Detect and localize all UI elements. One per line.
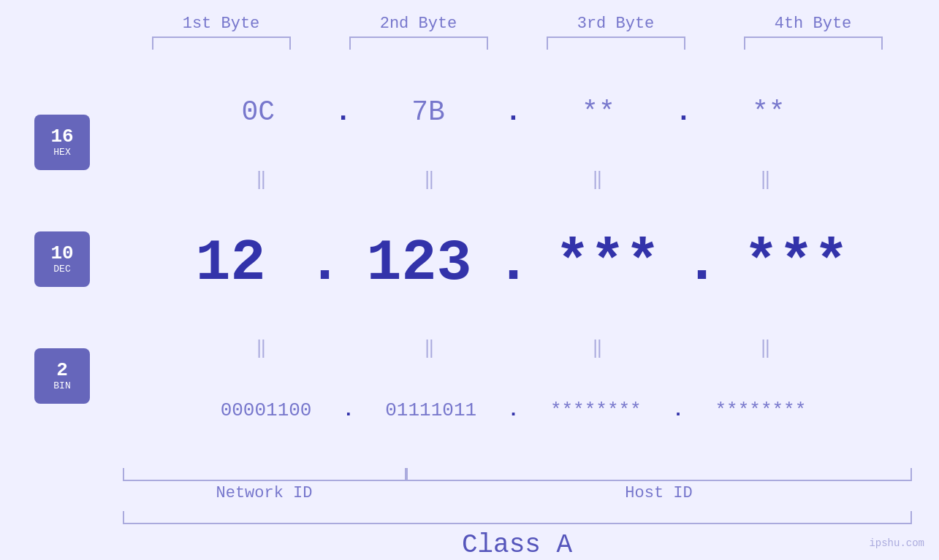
dec-byte-1: 12 xyxy=(157,230,303,296)
bin-byte-4: ******** xyxy=(688,399,834,421)
hex-badge-number: 16 xyxy=(50,126,73,147)
bin-row: 00001100 . 01111011 . ******** . *******… xyxy=(102,399,924,421)
dec-badge: 10 DEC xyxy=(34,231,90,287)
equals-6: ‖ xyxy=(357,337,503,358)
dec-byte-3: *** xyxy=(535,230,681,296)
hex-byte-2: 7B xyxy=(355,96,501,128)
equals-row-2: ‖ ‖ ‖ ‖ xyxy=(102,337,924,358)
bin-badge-number: 2 xyxy=(56,360,68,381)
ip-display: 0C . 7B . ** . ** ‖ ‖ ‖ ‖ 12 . xyxy=(102,77,939,442)
host-id-label: Host ID xyxy=(406,484,912,502)
hex-dot-2: . xyxy=(505,96,522,128)
equals-row-1: ‖ ‖ ‖ ‖ xyxy=(102,169,924,190)
main-container: 1st Byte 2nd Byte 3rd Byte 4th Byte 16 H… xyxy=(0,0,939,560)
host-bracket xyxy=(406,468,912,481)
equals-3: ‖ xyxy=(525,169,671,190)
top-brackets xyxy=(123,37,912,50)
byte-label-1: 1st Byte xyxy=(141,15,302,33)
equals-5: ‖ xyxy=(189,337,335,358)
dec-badge-number: 10 xyxy=(50,243,73,264)
bin-dot-2: . xyxy=(508,399,520,421)
hex-badge-label: HEX xyxy=(53,147,70,158)
hex-byte-1: 0C xyxy=(185,96,331,128)
hex-byte-4: ** xyxy=(696,96,842,128)
equals-7: ‖ xyxy=(525,337,671,358)
byte-label-3: 3rd Byte xyxy=(536,15,696,33)
class-bracket xyxy=(123,511,912,524)
top-bracket-4 xyxy=(744,37,883,50)
bin-badge: 2 BIN xyxy=(34,348,90,404)
class-bracket-row xyxy=(123,511,912,524)
dec-dot-3: . xyxy=(685,230,720,296)
dec-byte-4: *** xyxy=(723,230,870,296)
bin-badge-label: BIN xyxy=(53,380,70,391)
bin-dot-1: . xyxy=(343,399,354,421)
dec-byte-2: 123 xyxy=(346,230,492,296)
hex-byte-3: ** xyxy=(525,96,672,128)
id-labels-row: Network ID Host ID xyxy=(123,484,912,502)
dec-dot-2: . xyxy=(495,230,531,296)
top-bracket-2 xyxy=(349,37,488,50)
byte-label-4: 4th Byte xyxy=(733,15,894,33)
bin-byte-3: ******** xyxy=(522,399,669,421)
dec-dot-1: . xyxy=(307,230,342,296)
byte-label-2: 2nd Byte xyxy=(338,15,499,33)
dec-badge-label: DEC xyxy=(53,264,70,275)
bin-dot-3: . xyxy=(672,399,684,421)
bottom-brackets-row xyxy=(123,468,912,481)
hex-badge: 16 HEX xyxy=(34,115,90,170)
equals-8: ‖ xyxy=(693,337,839,358)
watermark: ipshu.com xyxy=(869,537,924,549)
top-bracket-3 xyxy=(547,37,685,50)
byte-headers: 1st Byte 2nd Byte 3rd Byte 4th Byte xyxy=(123,15,912,33)
dec-row: 12 . 123 . *** . *** xyxy=(102,230,924,296)
hex-dot-3: . xyxy=(675,96,692,128)
top-bracket-1 xyxy=(152,37,291,50)
class-label: Class A xyxy=(123,530,912,560)
content-area: 16 HEX 10 DEC 2 BIN 0C . 7B . ** . ** xyxy=(0,50,939,468)
bin-byte-2: 01111011 xyxy=(358,399,504,421)
network-bracket xyxy=(123,468,406,481)
hex-row: 0C . 7B . ** . ** xyxy=(102,96,924,128)
equals-1: ‖ xyxy=(189,169,335,190)
hex-dot-1: . xyxy=(335,96,351,128)
badges-column: 16 HEX 10 DEC 2 BIN xyxy=(0,84,102,434)
equals-2: ‖ xyxy=(357,169,503,190)
network-id-label: Network ID xyxy=(123,484,406,502)
equals-4: ‖ xyxy=(693,169,839,190)
bin-byte-1: 00001100 xyxy=(193,399,339,421)
